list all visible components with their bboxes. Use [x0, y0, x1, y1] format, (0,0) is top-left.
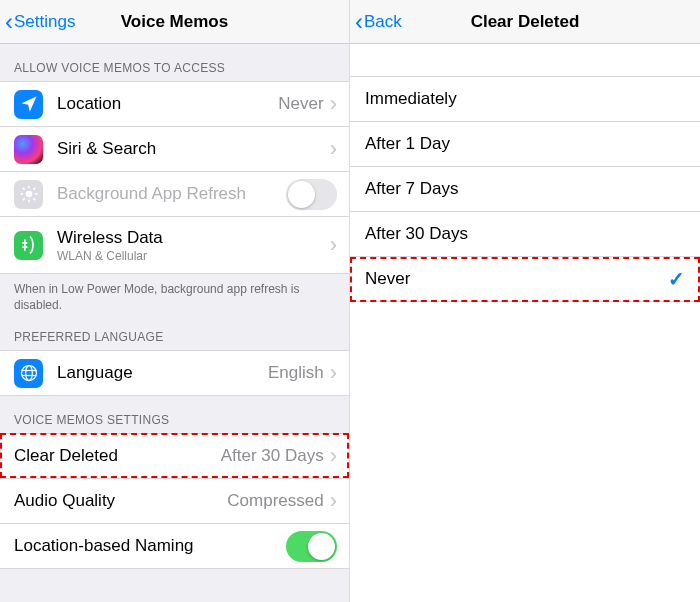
location-naming-toggle[interactable] — [286, 531, 337, 562]
svg-line-7 — [22, 198, 24, 200]
bg-refresh-toggle — [286, 179, 337, 210]
option-label: After 1 Day — [365, 134, 450, 154]
nav-bar: ‹ Back Clear Deleted — [350, 0, 700, 44]
option-label: Never — [365, 269, 410, 289]
audio-quality-value: Compressed — [227, 491, 323, 511]
bg-refresh-label: Background App Refresh — [57, 184, 286, 204]
location-value: Never — [278, 94, 323, 114]
siri-icon — [14, 135, 43, 164]
clear-deleted-label: Clear Deleted — [14, 446, 221, 466]
gear-icon — [14, 180, 43, 209]
row-language[interactable]: Language English › — [0, 350, 349, 396]
svg-point-0 — [25, 191, 32, 198]
wireless-icon — [14, 231, 43, 260]
page-title: Clear Deleted — [350, 12, 700, 32]
option-never[interactable]: Never ✓ — [350, 257, 700, 302]
wireless-sub: WLAN & Cellular — [57, 249, 330, 263]
section-language-header: PREFERRED LANGUAGE — [0, 313, 349, 350]
row-wireless[interactable]: Wireless Data WLAN & Cellular › — [0, 216, 349, 274]
row-bg-refresh: Background App Refresh — [0, 171, 349, 216]
svg-line-6 — [33, 198, 35, 200]
row-audio-quality[interactable]: Audio Quality Compressed › — [0, 478, 349, 523]
chevron-right-icon: › — [330, 136, 337, 162]
option-after-7-days[interactable]: After 7 Days — [350, 167, 700, 212]
nav-bar: ‹ Settings Voice Memos — [0, 0, 349, 44]
option-after-30-days[interactable]: After 30 Days — [350, 212, 700, 257]
location-icon — [14, 90, 43, 119]
language-label: Language — [57, 363, 268, 383]
siri-label: Siri & Search — [57, 139, 330, 159]
location-naming-label: Location-based Naming — [14, 536, 286, 556]
svg-line-8 — [33, 188, 35, 190]
chevron-left-icon: ‹ — [5, 10, 13, 34]
chevron-right-icon: › — [330, 91, 337, 117]
settings-pane: ‹ Settings Voice Memos ALLOW VOICE MEMOS… — [0, 0, 349, 602]
svg-point-10 — [25, 366, 32, 381]
back-button[interactable]: ‹ Back — [350, 10, 402, 34]
chevron-left-icon: ‹ — [355, 10, 363, 34]
lowpower-note: When in Low Power Mode, background app r… — [0, 274, 349, 313]
chevron-right-icon: › — [330, 232, 337, 258]
language-value: English — [268, 363, 324, 383]
detail-pane: ‹ Back Clear Deleted Immediately After 1… — [350, 0, 700, 602]
location-label: Location — [57, 94, 278, 114]
audio-quality-label: Audio Quality — [14, 491, 227, 511]
section-vm-header: VOICE MEMOS SETTINGS — [0, 396, 349, 433]
chevron-right-icon: › — [330, 360, 337, 386]
chevron-right-icon: › — [330, 443, 337, 469]
row-location[interactable]: Location Never › — [0, 81, 349, 126]
row-location-naming[interactable]: Location-based Naming — [0, 523, 349, 569]
svg-line-5 — [22, 188, 24, 190]
option-immediately[interactable]: Immediately — [350, 76, 700, 122]
row-siri[interactable]: Siri & Search › — [0, 126, 349, 171]
chevron-right-icon: › — [330, 488, 337, 514]
svg-point-9 — [21, 366, 36, 381]
option-after-1-day[interactable]: After 1 Day — [350, 122, 700, 167]
clear-deleted-value: After 30 Days — [221, 446, 324, 466]
option-label: Immediately — [365, 89, 457, 109]
option-label: After 7 Days — [365, 179, 459, 199]
wireless-label: Wireless Data — [57, 228, 330, 248]
globe-icon — [14, 359, 43, 388]
back-label: Settings — [14, 12, 75, 32]
back-to-settings[interactable]: ‹ Settings — [0, 10, 75, 34]
section-access-header: ALLOW VOICE MEMOS TO ACCESS — [0, 44, 349, 81]
row-clear-deleted[interactable]: Clear Deleted After 30 Days › — [0, 433, 349, 478]
checkmark-icon: ✓ — [668, 267, 685, 291]
option-label: After 30 Days — [365, 224, 468, 244]
back-label: Back — [364, 12, 402, 32]
